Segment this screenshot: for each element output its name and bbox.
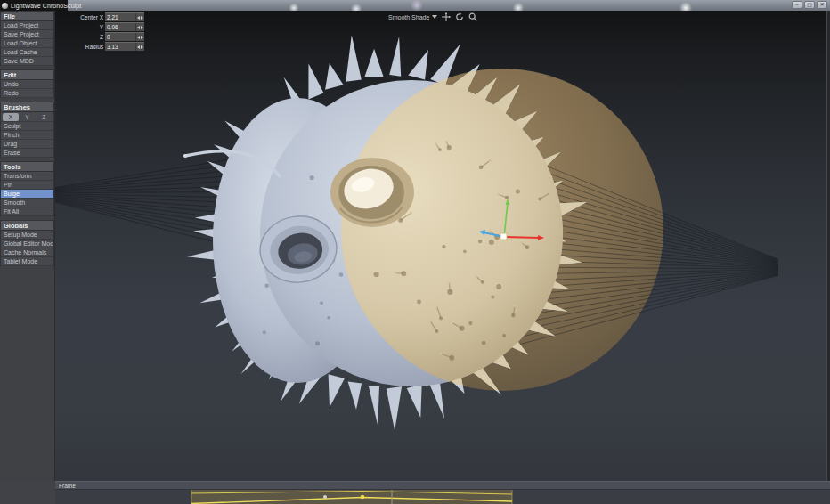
field-label-center-x: Center X — [69, 14, 105, 20]
close-button[interactable]: ✕ — [817, 1, 827, 9]
sidebar-section-brushes: Brushes X Y Z Sculpt Pinch Drag Erase — [0, 102, 54, 158]
bottom-left-panel — [0, 481, 55, 504]
sidebar-item-smooth[interactable]: Smooth — [1, 199, 53, 207]
sidebar-header-edit: Edit — [1, 70, 53, 80]
minimize-button[interactable]: – — [792, 1, 802, 9]
center-z-field[interactable]: 0 — [105, 32, 144, 41]
keyframe-dot-inactive[interactable] — [323, 495, 327, 499]
viewport-toolbar: Smooth Shade — [388, 12, 477, 21]
center-x-field[interactable]: 2.21 — [105, 12, 144, 21]
viewport-3d[interactable]: Center X 2.21 Y 0.06 Z 0 — [55, 11, 830, 481]
sidebar-header-tools: Tools — [1, 162, 53, 172]
brush-parameters-panel: Center X 2.21 Y 0.06 Z 0 — [69, 12, 144, 52]
sidebar-header-file: File — [1, 12, 53, 21]
center-y-stepper[interactable] — [135, 23, 144, 31]
sidebar-item-cache-normals[interactable]: Cache Normals — [1, 248, 53, 257]
sidebar-item-bulge[interactable]: Bulge — [1, 190, 53, 199]
sidebar: File Load Project Save Project Load Obje… — [0, 11, 55, 504]
sidebar-header-globals: Globals — [1, 221, 53, 231]
rotate-icon[interactable] — [455, 12, 464, 21]
app-icon — [2, 3, 8, 9]
pan-icon[interactable] — [442, 12, 451, 21]
timeline-envelope[interactable] — [55, 490, 830, 504]
sidebar-item-redo[interactable]: Redo — [1, 89, 53, 98]
shading-mode-dropdown[interactable]: Smooth Shade — [388, 14, 437, 20]
gizmo-center-handle[interactable] — [500, 233, 507, 240]
gizmo-x-axis[interactable] — [504, 237, 540, 238]
sidebar-item-setup-mode[interactable]: Setup Mode — [1, 231, 53, 240]
center-y-field[interactable]: 0.06 — [105, 22, 144, 31]
axis-x-button[interactable]: X — [3, 113, 19, 121]
sidebar-item-drag[interactable]: Drag — [1, 140, 53, 149]
axis-z-button[interactable]: Z — [36, 113, 52, 121]
sidebar-item-load-object[interactable]: Load Object — [1, 39, 53, 48]
field-label-y: Y — [69, 24, 105, 30]
center-z-stepper[interactable] — [135, 33, 144, 41]
brush-axis-row: X Y Z — [1, 112, 53, 122]
sidebar-item-save-mdd[interactable]: Save MDD — [1, 57, 53, 66]
maximize-button[interactable]: ▢ — [804, 1, 815, 9]
field-label-z: Z — [69, 34, 105, 40]
fish-eye — [330, 158, 414, 227]
sidebar-item-global-editor-mode[interactable]: Global Editor Mode — [1, 240, 53, 248]
center-x-stepper[interactable] — [135, 13, 144, 21]
viewport-canvas[interactable] — [55, 11, 830, 481]
sidebar-item-pinch[interactable]: Pinch — [1, 131, 53, 140]
frame-label: Frame — [59, 483, 76, 489]
title-bar-app-area: LightWave ChronoSculpt — [0, 0, 68, 11]
sidebar-item-erase[interactable]: Erase — [1, 149, 53, 158]
window-title: LightWave ChronoSculpt — [11, 3, 81, 9]
viewport-scrollbar[interactable] — [826, 11, 830, 481]
radius-field[interactable]: 3.13 — [105, 42, 144, 51]
chevron-down-icon — [432, 15, 437, 19]
radius-stepper[interactable] — [135, 43, 144, 51]
timeline-track[interactable] — [55, 490, 830, 504]
sidebar-item-save-project[interactable]: Save Project — [1, 30, 53, 39]
app-window: LightWave ChronoSculpt – ▢ ✕ File Load P… — [0, 0, 830, 504]
sidebar-section-file: File Load Project Save Project Load Obje… — [0, 11, 54, 66]
sidebar-section-globals: Globals Setup Mode Global Editor Mode Ca… — [0, 220, 54, 266]
sidebar-item-pin[interactable]: Pin — [1, 181, 53, 190]
sidebar-item-undo[interactable]: Undo — [1, 80, 53, 89]
shading-mode-label: Smooth Shade — [388, 14, 429, 20]
sidebar-item-transform[interactable]: Transform — [1, 172, 53, 181]
sidebar-item-fit-all[interactable]: Fit All — [1, 207, 53, 216]
title-bar: LightWave ChronoSculpt – ▢ ✕ — [0, 0, 830, 11]
axis-y-button[interactable]: Y — [20, 113, 36, 121]
frame-panel-header: Frame — [55, 481, 830, 490]
sidebar-item-load-project[interactable]: Load Project — [1, 21, 53, 30]
sidebar-item-sculpt[interactable]: Sculpt — [1, 122, 53, 131]
sidebar-item-tablet-mode[interactable]: Tablet Mode — [1, 257, 53, 266]
sidebar-item-load-cache[interactable]: Load Cache — [1, 48, 53, 57]
zoom-icon[interactable] — [468, 12, 477, 21]
sidebar-section-edit: Edit Undo Redo — [0, 69, 54, 98]
field-label-radius: Radius — [69, 44, 105, 50]
keyframe-dot-active[interactable] — [361, 495, 365, 500]
sidebar-section-tools: Tools Transform Pin Bulge Smooth Fit All — [0, 161, 54, 216]
sidebar-header-brushes: Brushes — [1, 102, 53, 112]
